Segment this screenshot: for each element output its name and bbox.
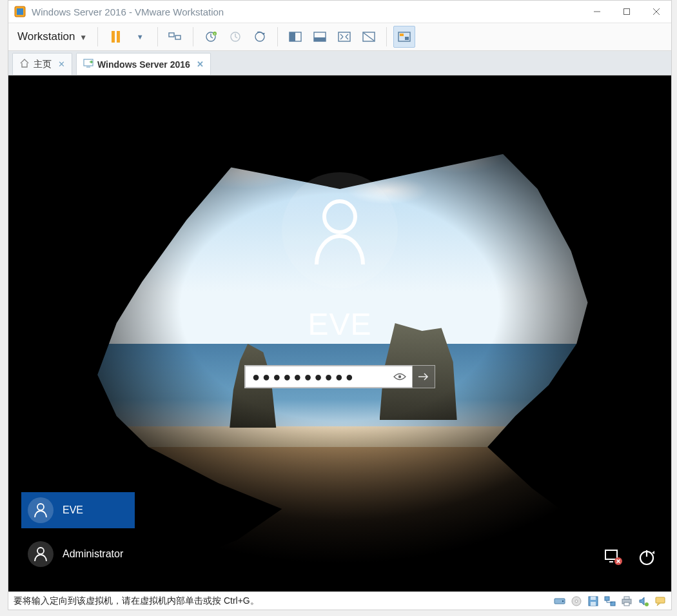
power-menu-button[interactable]: ▼ [129,26,151,48]
svg-point-43 [645,602,649,606]
tab-home[interactable]: 主页 ✕ [12,53,72,75]
tab-home-label: 主页 [34,59,52,70]
sound-icon[interactable] [638,595,649,607]
workstation-menu[interactable]: Workstation ▼ [14,28,91,46]
user-list-item[interactable]: Administrator [21,536,135,572]
workstation-menu-label: Workstation [17,30,75,43]
login-panel: EVE [8,172,671,388]
arrow-right-icon [418,372,429,381]
harddisk-icon[interactable] [554,595,565,607]
network-error-icon[interactable] [604,549,623,570]
snapshot-take-button[interactable]: + [200,26,222,48]
password-input[interactable] [244,365,412,388]
svg-point-34 [575,600,578,602]
separator [157,27,158,46]
fit-guest-button[interactable] [284,26,306,48]
svg-rect-21 [400,34,404,36]
login-options [604,549,656,570]
user-avatar-large [282,172,398,288]
svg-rect-28 [605,550,617,559]
svg-point-32 [562,600,564,601]
person-icon [34,502,48,518]
user-avatar-small [28,541,54,567]
app-window: Windows Server 2016 - VMware Workstation… [8,0,672,610]
svg-point-26 [37,504,44,510]
toolbar: Workstation ▼ ▼ + [8,23,671,51]
eye-icon [393,372,406,381]
svg-rect-36 [591,597,596,600]
separator [386,27,387,46]
pause-button[interactable] [104,26,126,48]
user-list-item-label: Administrator [63,548,123,560]
snapshot-revert-button[interactable] [224,26,246,48]
user-avatar-small [28,497,54,523]
svg-text:+: + [214,32,216,35]
network-adapter-icon[interactable] [604,595,616,607]
svg-point-24 [324,201,355,232]
status-hint: 要将输入定向到该虚拟机，请在虚拟机内部单击或按 Ctrl+G。 [14,595,259,607]
cdrom-icon[interactable] [571,595,582,607]
minimize-button[interactable] [582,1,612,23]
snapshot-manager-button[interactable] [249,26,271,48]
window-controls [582,1,671,23]
svg-rect-22 [405,37,409,40]
separator [97,27,98,46]
titlebar: Windows Server 2016 - VMware Workstation [8,1,671,23]
login-submit-button[interactable] [412,365,435,388]
home-icon [19,58,30,70]
login-username: EVE [308,306,371,342]
chevron-down-icon: ▼ [79,33,87,42]
close-icon[interactable]: ✕ [197,59,204,69]
vm-viewport[interactable]: EVE [8,75,671,591]
password-reveal-button[interactable] [391,365,408,388]
tab-strip: 主页 ✕ Windows Server 2016 ✕ [8,51,671,75]
status-tray [554,595,666,607]
svg-rect-7 [175,35,181,39]
svg-rect-44 [656,597,665,603]
status-bar: 要将输入定向到该虚拟机，请在虚拟机内部单击或按 Ctrl+G。 [8,591,671,610]
svg-point-25 [398,375,401,378]
vm-running-icon [83,58,93,70]
person-icon [308,195,372,266]
svg-rect-1 [17,8,23,15]
user-list-item[interactable]: EVE [21,492,135,528]
svg-rect-17 [338,32,350,41]
separator [277,27,278,46]
svg-rect-41 [624,597,629,599]
close-button[interactable] [642,1,671,23]
separator [193,27,193,46]
fullscreen-button[interactable] [358,26,380,48]
person-icon [34,546,48,562]
stretch-button[interactable] [333,26,355,48]
svg-rect-38 [605,597,609,601]
window-title: Windows Server 2016 - VMware Workstation [32,6,224,17]
message-icon[interactable] [654,595,666,607]
svg-rect-16 [314,37,326,41]
user-list-item-label: EVE [63,504,83,516]
maximize-button[interactable] [612,1,642,23]
send-ctrl-alt-del-button[interactable] [164,26,186,48]
floppy-icon[interactable] [587,595,599,607]
unity-button[interactable] [393,26,415,48]
password-row [244,365,435,388]
power-icon[interactable] [638,549,656,570]
printer-icon[interactable] [621,595,633,607]
svg-point-27 [37,548,44,554]
svg-rect-42 [624,602,629,606]
close-icon[interactable]: ✕ [58,59,65,69]
user-list: EVE Administrator [21,492,135,572]
svg-rect-37 [591,602,596,606]
svg-rect-3 [624,9,630,15]
tab-vm-label: Windows Server 2016 [97,59,190,70]
svg-rect-6 [169,33,174,37]
fit-window-button[interactable] [309,26,331,48]
vmware-app-icon [14,5,26,18]
svg-line-19 [364,33,374,41]
svg-rect-14 [289,32,295,41]
tab-vm-active[interactable]: Windows Server 2016 ✕ [76,53,211,75]
